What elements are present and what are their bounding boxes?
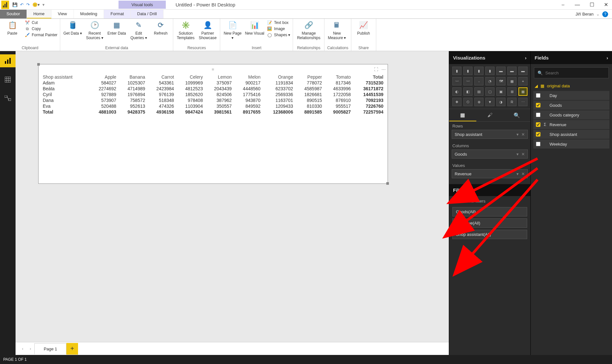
undo-icon[interactable]: ↶ bbox=[20, 2, 24, 7]
help-icon[interactable]: ? bbox=[602, 11, 608, 17]
report-view-button[interactable] bbox=[0, 54, 16, 67]
chevron-down-icon[interactable]: ▾ bbox=[516, 171, 519, 176]
redo-icon[interactable]: ↷ bbox=[26, 2, 30, 7]
field-weekday[interactable]: Weekday bbox=[533, 139, 609, 149]
values-well-pill[interactable]: Revenue▾✕ bbox=[452, 169, 528, 178]
fields-search-input[interactable] bbox=[545, 71, 605, 75]
focus-mode-icon[interactable]: ⛶ bbox=[374, 67, 378, 72]
visual-tools-tab[interactable]: Visual tools bbox=[119, 1, 166, 9]
qat-dropdown-icon[interactable]: ▾ bbox=[42, 2, 45, 7]
field-checkbox[interactable] bbox=[536, 103, 540, 107]
filter-revenue[interactable]: Revenue(All) bbox=[452, 218, 527, 228]
fields-table-header[interactable]: ◢ ▦ original data bbox=[531, 82, 612, 90]
page-prev-button[interactable]: ‹ bbox=[19, 345, 27, 353]
viz-type-27[interactable]: ⋯ bbox=[518, 98, 527, 106]
field-checkbox[interactable] bbox=[536, 132, 540, 137]
columns-well-pill[interactable]: Goods▾✕ bbox=[452, 149, 528, 159]
field-checkbox[interactable] bbox=[536, 142, 540, 146]
field-revenue[interactable]: ΣRevenue bbox=[533, 120, 609, 129]
field-goods-category[interactable]: Goods category bbox=[533, 110, 609, 119]
viz-type-22[interactable]: ⏲ bbox=[463, 98, 472, 106]
field-day[interactable]: Day bbox=[533, 91, 609, 100]
enter-data-button[interactable]: ▦Enter Data bbox=[107, 20, 126, 36]
data-view-button[interactable] bbox=[0, 73, 16, 86]
manage-relationships-button[interactable]: 🔗Manage Relationships bbox=[296, 20, 322, 40]
model-view-button[interactable] bbox=[0, 92, 16, 105]
visualizations-header[interactable]: Visualizations› bbox=[449, 51, 530, 64]
fields-header[interactable]: Fields› bbox=[531, 51, 612, 64]
viz-type-4[interactable]: ▬ bbox=[496, 67, 505, 75]
new-visual-button[interactable]: 📊New Visual bbox=[245, 20, 264, 36]
viz-type-3[interactable]: ▮ bbox=[485, 67, 494, 75]
solution-templates-button[interactable]: ✳️Solution Templates bbox=[176, 20, 195, 40]
viz-type-13[interactable]: ⌖ bbox=[518, 77, 527, 85]
new-measure-button[interactable]: 🖩New Measure ▾ bbox=[327, 20, 346, 40]
field-checkbox[interactable] bbox=[536, 93, 540, 98]
new-page-button[interactable]: 📄New Page ▾ bbox=[223, 20, 242, 40]
viz-type-19[interactable]: ⊞ bbox=[507, 87, 516, 96]
edit-queries-button[interactable]: ✎Edit Queries ▾ bbox=[129, 20, 148, 40]
viz-type-18[interactable]: ▣ bbox=[496, 87, 505, 96]
field-checkbox[interactable] bbox=[536, 113, 540, 117]
save-icon[interactable]: 💾 bbox=[12, 2, 17, 7]
tab-data-drill[interactable]: Data / Drill bbox=[131, 10, 164, 18]
fields-search[interactable]: 🔍 bbox=[534, 67, 609, 78]
paste-button[interactable]: 📋Paste bbox=[3, 20, 22, 36]
tab-file[interactable]: Soubor bbox=[0, 10, 27, 18]
smiley-icon[interactable]: 🙂▾ bbox=[32, 2, 40, 7]
viz-type-2[interactable]: ▮ bbox=[474, 67, 483, 75]
viz-type-5[interactable]: ▬ bbox=[507, 67, 516, 75]
filter-goods[interactable]: Goods(All) bbox=[452, 207, 527, 216]
viz-type-16[interactable]: ▤ bbox=[474, 87, 483, 96]
chevron-down-icon[interactable]: ▾ bbox=[516, 132, 519, 137]
cut-button[interactable]: ✂️Cut bbox=[25, 20, 57, 25]
field-checkbox[interactable] bbox=[536, 122, 540, 127]
viz-type-10[interactable]: ◔ bbox=[485, 77, 494, 85]
shapes-button[interactable]: ◯Shapes ▾ bbox=[267, 32, 290, 38]
textbox-button[interactable]: 📝Text box bbox=[267, 20, 290, 25]
viz-type-12[interactable]: ▦ bbox=[507, 77, 516, 85]
maximize-button[interactable]: ☐ bbox=[590, 2, 594, 8]
partner-showcase-button[interactable]: 👤Partner Showcase bbox=[198, 20, 217, 40]
viz-type-0[interactable]: ▮ bbox=[452, 67, 461, 75]
filter-shop-assistant[interactable]: Shop assistant(All) bbox=[452, 230, 527, 239]
minimize-button[interactable]: — bbox=[575, 2, 580, 8]
viz-type-11[interactable]: 🗺 bbox=[496, 77, 505, 85]
viz-type-23[interactable]: ⊕ bbox=[474, 98, 483, 106]
tab-home[interactable]: Home bbox=[27, 10, 51, 18]
user-chevron-icon[interactable]: ⌄ bbox=[596, 12, 600, 17]
format-well-tab[interactable]: 🖌 bbox=[476, 109, 504, 121]
viz-type-8[interactable]: 〰 bbox=[463, 77, 472, 85]
report-canvas[interactable]: ≡ ⛶ ⋯ Shop assistantAppleBananaCarrotCel… bbox=[16, 51, 449, 342]
viz-type-1[interactable]: ▮ bbox=[463, 67, 472, 75]
chevron-down-icon[interactable]: ▾ bbox=[516, 152, 519, 157]
copy-button[interactable]: ⧉Copy bbox=[25, 26, 57, 31]
viz-type-7[interactable]: 〰 bbox=[452, 77, 461, 85]
viz-type-9[interactable]: ⬫ bbox=[474, 77, 483, 85]
viz-type-14[interactable]: ◐ bbox=[452, 87, 461, 96]
viz-type-24[interactable]: ▼ bbox=[485, 98, 494, 106]
page-tab-1[interactable]: Page 1 bbox=[34, 343, 66, 354]
remove-icon[interactable]: ✕ bbox=[521, 152, 525, 157]
analytics-well-tab[interactable]: 🔍 bbox=[503, 109, 530, 121]
matrix-visual[interactable]: ≡ ⛶ ⋯ Shop assistantAppleBananaCarrotCel… bbox=[38, 64, 388, 184]
page-next-button[interactable]: › bbox=[27, 345, 34, 353]
viz-type-21[interactable]: ❖ bbox=[452, 98, 461, 106]
close-button[interactable]: ✕ bbox=[604, 2, 608, 8]
field-goods[interactable]: Goods bbox=[533, 101, 609, 110]
viz-type-6[interactable]: ▬ bbox=[518, 67, 527, 75]
user-name[interactable]: Jiří Beran bbox=[575, 12, 594, 17]
filters-header[interactable]: Filters bbox=[449, 184, 530, 196]
image-button[interactable]: 🖼️Image bbox=[267, 26, 290, 31]
remove-icon[interactable]: ✕ bbox=[521, 171, 525, 176]
tab-modeling[interactable]: Modeling bbox=[74, 10, 104, 18]
visual-menu-icon[interactable]: ⋯ bbox=[381, 67, 386, 72]
tab-view[interactable]: View bbox=[51, 10, 74, 18]
fields-well-tab[interactable]: ▦ bbox=[449, 109, 476, 121]
viz-type-25[interactable]: ◑ bbox=[496, 98, 505, 106]
field-shop-assistant[interactable]: Shop assistant bbox=[533, 130, 609, 139]
rows-well-pill[interactable]: Shop assistant▾✕ bbox=[452, 130, 528, 139]
viz-type-15[interactable]: ◧ bbox=[463, 87, 472, 96]
format-painter-button[interactable]: 🖌️Format Painter bbox=[25, 32, 57, 38]
tab-format[interactable]: Format bbox=[104, 10, 130, 18]
